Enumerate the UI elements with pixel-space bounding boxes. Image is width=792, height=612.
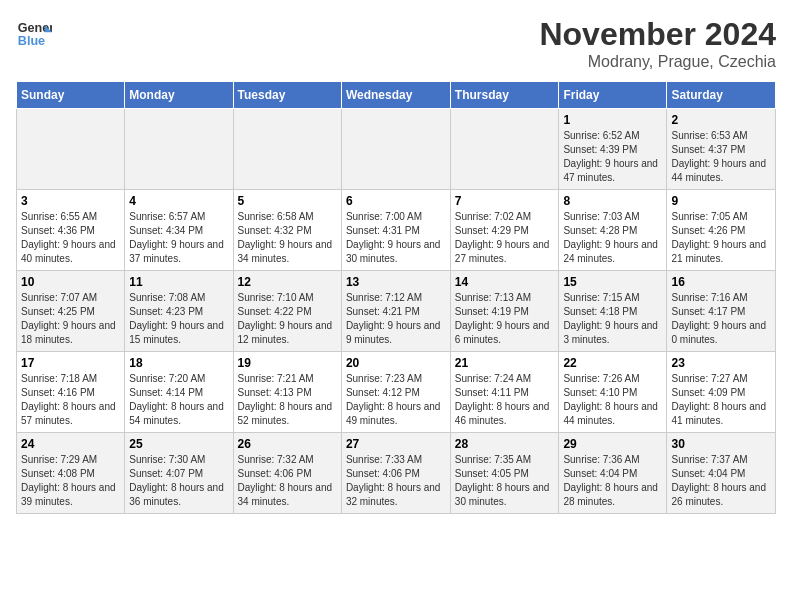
day-info: Sunrise: 7:33 AM Sunset: 4:06 PM Dayligh… — [346, 453, 446, 509]
day-number: 3 — [21, 194, 120, 208]
calendar-cell: 30Sunrise: 7:37 AM Sunset: 4:04 PM Dayli… — [667, 433, 776, 514]
logo: General Blue — [16, 16, 52, 52]
day-number: 11 — [129, 275, 228, 289]
calendar-cell: 2Sunrise: 6:53 AM Sunset: 4:37 PM Daylig… — [667, 109, 776, 190]
calendar-cell: 7Sunrise: 7:02 AM Sunset: 4:29 PM Daylig… — [450, 190, 559, 271]
calendar-cell: 23Sunrise: 7:27 AM Sunset: 4:09 PM Dayli… — [667, 352, 776, 433]
day-info: Sunrise: 7:37 AM Sunset: 4:04 PM Dayligh… — [671, 453, 771, 509]
day-number: 23 — [671, 356, 771, 370]
calendar-cell: 26Sunrise: 7:32 AM Sunset: 4:06 PM Dayli… — [233, 433, 341, 514]
calendar-cell: 9Sunrise: 7:05 AM Sunset: 4:26 PM Daylig… — [667, 190, 776, 271]
calendar-cell: 20Sunrise: 7:23 AM Sunset: 4:12 PM Dayli… — [341, 352, 450, 433]
day-number: 22 — [563, 356, 662, 370]
day-info: Sunrise: 7:08 AM Sunset: 4:23 PM Dayligh… — [129, 291, 228, 347]
day-number: 29 — [563, 437, 662, 451]
calendar-cell — [17, 109, 125, 190]
logo-icon: General Blue — [16, 16, 52, 52]
day-info: Sunrise: 7:29 AM Sunset: 4:08 PM Dayligh… — [21, 453, 120, 509]
day-info: Sunrise: 7:30 AM Sunset: 4:07 PM Dayligh… — [129, 453, 228, 509]
calendar-table: SundayMondayTuesdayWednesdayThursdayFrid… — [16, 81, 776, 514]
calendar-cell: 21Sunrise: 7:24 AM Sunset: 4:11 PM Dayli… — [450, 352, 559, 433]
day-info: Sunrise: 6:55 AM Sunset: 4:36 PM Dayligh… — [21, 210, 120, 266]
calendar-cell: 28Sunrise: 7:35 AM Sunset: 4:05 PM Dayli… — [450, 433, 559, 514]
day-number: 25 — [129, 437, 228, 451]
day-info: Sunrise: 7:24 AM Sunset: 4:11 PM Dayligh… — [455, 372, 555, 428]
day-number: 27 — [346, 437, 446, 451]
calendar-cell: 17Sunrise: 7:18 AM Sunset: 4:16 PM Dayli… — [17, 352, 125, 433]
day-number: 16 — [671, 275, 771, 289]
day-number: 1 — [563, 113, 662, 127]
calendar-cell: 18Sunrise: 7:20 AM Sunset: 4:14 PM Dayli… — [125, 352, 233, 433]
day-number: 12 — [238, 275, 337, 289]
day-number: 7 — [455, 194, 555, 208]
calendar-cell: 14Sunrise: 7:13 AM Sunset: 4:19 PM Dayli… — [450, 271, 559, 352]
page-header: General Blue November 2024 Modrany, Prag… — [16, 16, 776, 71]
day-number: 8 — [563, 194, 662, 208]
calendar-header-row: SundayMondayTuesdayWednesdayThursdayFrid… — [17, 82, 776, 109]
day-info: Sunrise: 7:15 AM Sunset: 4:18 PM Dayligh… — [563, 291, 662, 347]
day-info: Sunrise: 6:52 AM Sunset: 4:39 PM Dayligh… — [563, 129, 662, 185]
calendar-cell: 25Sunrise: 7:30 AM Sunset: 4:07 PM Dayli… — [125, 433, 233, 514]
calendar-cell: 10Sunrise: 7:07 AM Sunset: 4:25 PM Dayli… — [17, 271, 125, 352]
day-number: 5 — [238, 194, 337, 208]
calendar-cell: 22Sunrise: 7:26 AM Sunset: 4:10 PM Dayli… — [559, 352, 667, 433]
calendar-week-1: 1Sunrise: 6:52 AM Sunset: 4:39 PM Daylig… — [17, 109, 776, 190]
calendar-cell — [125, 109, 233, 190]
calendar-cell: 29Sunrise: 7:36 AM Sunset: 4:04 PM Dayli… — [559, 433, 667, 514]
day-number: 14 — [455, 275, 555, 289]
day-info: Sunrise: 7:27 AM Sunset: 4:09 PM Dayligh… — [671, 372, 771, 428]
day-number: 6 — [346, 194, 446, 208]
day-info: Sunrise: 7:23 AM Sunset: 4:12 PM Dayligh… — [346, 372, 446, 428]
day-number: 2 — [671, 113, 771, 127]
calendar-week-2: 3Sunrise: 6:55 AM Sunset: 4:36 PM Daylig… — [17, 190, 776, 271]
calendar-week-5: 24Sunrise: 7:29 AM Sunset: 4:08 PM Dayli… — [17, 433, 776, 514]
day-info: Sunrise: 7:02 AM Sunset: 4:29 PM Dayligh… — [455, 210, 555, 266]
calendar-cell: 11Sunrise: 7:08 AM Sunset: 4:23 PM Dayli… — [125, 271, 233, 352]
day-number: 10 — [21, 275, 120, 289]
day-number: 30 — [671, 437, 771, 451]
calendar-cell: 27Sunrise: 7:33 AM Sunset: 4:06 PM Dayli… — [341, 433, 450, 514]
day-number: 19 — [238, 356, 337, 370]
day-number: 28 — [455, 437, 555, 451]
calendar-cell: 19Sunrise: 7:21 AM Sunset: 4:13 PM Dayli… — [233, 352, 341, 433]
day-info: Sunrise: 7:12 AM Sunset: 4:21 PM Dayligh… — [346, 291, 446, 347]
day-number: 21 — [455, 356, 555, 370]
calendar-cell: 8Sunrise: 7:03 AM Sunset: 4:28 PM Daylig… — [559, 190, 667, 271]
day-number: 15 — [563, 275, 662, 289]
calendar-cell — [341, 109, 450, 190]
day-number: 24 — [21, 437, 120, 451]
day-info: Sunrise: 7:18 AM Sunset: 4:16 PM Dayligh… — [21, 372, 120, 428]
header-wednesday: Wednesday — [341, 82, 450, 109]
day-info: Sunrise: 7:21 AM Sunset: 4:13 PM Dayligh… — [238, 372, 337, 428]
day-info: Sunrise: 7:07 AM Sunset: 4:25 PM Dayligh… — [21, 291, 120, 347]
day-info: Sunrise: 7:16 AM Sunset: 4:17 PM Dayligh… — [671, 291, 771, 347]
day-info: Sunrise: 6:58 AM Sunset: 4:32 PM Dayligh… — [238, 210, 337, 266]
svg-text:Blue: Blue — [18, 34, 45, 48]
day-info: Sunrise: 7:03 AM Sunset: 4:28 PM Dayligh… — [563, 210, 662, 266]
day-info: Sunrise: 7:13 AM Sunset: 4:19 PM Dayligh… — [455, 291, 555, 347]
day-info: Sunrise: 7:35 AM Sunset: 4:05 PM Dayligh… — [455, 453, 555, 509]
calendar-cell: 13Sunrise: 7:12 AM Sunset: 4:21 PM Dayli… — [341, 271, 450, 352]
day-info: Sunrise: 7:32 AM Sunset: 4:06 PM Dayligh… — [238, 453, 337, 509]
day-number: 17 — [21, 356, 120, 370]
day-number: 13 — [346, 275, 446, 289]
day-number: 4 — [129, 194, 228, 208]
calendar-cell — [233, 109, 341, 190]
day-number: 26 — [238, 437, 337, 451]
calendar-cell: 6Sunrise: 7:00 AM Sunset: 4:31 PM Daylig… — [341, 190, 450, 271]
calendar-cell: 16Sunrise: 7:16 AM Sunset: 4:17 PM Dayli… — [667, 271, 776, 352]
day-number: 20 — [346, 356, 446, 370]
day-info: Sunrise: 7:20 AM Sunset: 4:14 PM Dayligh… — [129, 372, 228, 428]
calendar-week-4: 17Sunrise: 7:18 AM Sunset: 4:16 PM Dayli… — [17, 352, 776, 433]
month-title: November 2024 — [539, 16, 776, 53]
day-info: Sunrise: 7:00 AM Sunset: 4:31 PM Dayligh… — [346, 210, 446, 266]
header-monday: Monday — [125, 82, 233, 109]
calendar-cell: 12Sunrise: 7:10 AM Sunset: 4:22 PM Dayli… — [233, 271, 341, 352]
day-number: 9 — [671, 194, 771, 208]
header-sunday: Sunday — [17, 82, 125, 109]
header-thursday: Thursday — [450, 82, 559, 109]
header-tuesday: Tuesday — [233, 82, 341, 109]
calendar-cell: 4Sunrise: 6:57 AM Sunset: 4:34 PM Daylig… — [125, 190, 233, 271]
day-number: 18 — [129, 356, 228, 370]
day-info: Sunrise: 7:05 AM Sunset: 4:26 PM Dayligh… — [671, 210, 771, 266]
